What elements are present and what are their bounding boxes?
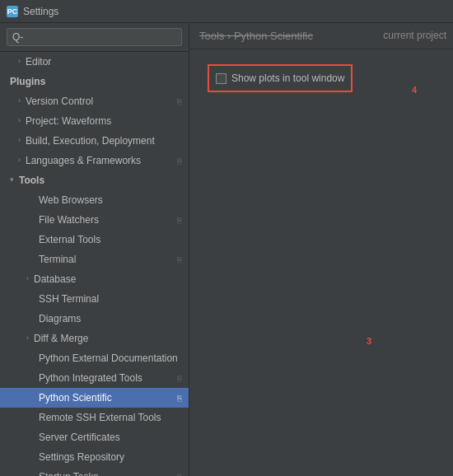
item-text-languages-frameworks: Languages & Frameworks xyxy=(26,153,141,168)
sidebar-item-label-remote-ssh-external: Remote SSH External Tools xyxy=(26,410,161,425)
sidebar-item-label-web-browsers: Web Browsers xyxy=(26,193,103,208)
sidebar-item-tools[interactable]: ▾Tools xyxy=(0,170,189,190)
chevron-icon: › xyxy=(18,115,21,127)
sidebar-item-label-python-scientific: Python Scientific xyxy=(26,390,112,405)
sidebar-item-label-file-watchers: File Watchers xyxy=(26,212,99,227)
sidebar-item-settings-repository[interactable]: Settings Repository xyxy=(0,447,189,467)
sidebar-item-languages-frameworks[interactable]: ›Languages & Frameworks⎘ xyxy=(0,151,189,170)
item-text-editor: Editor xyxy=(26,54,51,69)
chevron-icon: › xyxy=(18,135,21,147)
copy-icon: ⎘ xyxy=(177,471,182,477)
item-text-plugins: Plugins xyxy=(10,74,45,89)
sidebar-item-python-external-docs[interactable]: Python External Documentation xyxy=(0,348,189,368)
copy-icon: ⎘ xyxy=(177,214,182,226)
sidebar: ›EditorPlugins›Version Control⎘›Project:… xyxy=(0,23,189,476)
sidebar-item-label-tools: ▾Tools xyxy=(10,173,44,188)
sidebar-item-editor[interactable]: ›Editor xyxy=(0,52,189,72)
sidebar-item-startup-tasks[interactable]: Startup Tasks⎘ xyxy=(0,467,189,476)
title-bar: PC Settings xyxy=(0,0,453,23)
item-text-terminal: Terminal xyxy=(39,252,76,267)
copy-icon: ⎘ xyxy=(177,392,182,404)
sidebar-item-label-editor: ›Editor xyxy=(18,54,51,69)
item-text-tools: Tools xyxy=(19,173,44,188)
search-input[interactable] xyxy=(7,28,182,46)
item-text-python-external-docs: Python External Documentation xyxy=(39,351,178,366)
item-text-remote-ssh-external: Remote SSH External Tools xyxy=(39,410,161,425)
sidebar-item-ssh-terminal[interactable]: SSH Terminal xyxy=(0,289,189,309)
item-text-database: Database xyxy=(34,272,76,287)
item-text-external-tools: External Tools xyxy=(39,232,100,247)
search-box xyxy=(0,23,189,52)
item-text-build-execution: Build, Execution, Deployment xyxy=(26,133,155,148)
sidebar-item-build-execution[interactable]: ›Build, Execution, Deployment xyxy=(0,131,189,151)
content-header-text: Tools › Python Scientific xyxy=(199,30,313,42)
sidebar-item-label-terminal: Terminal xyxy=(26,252,76,267)
sidebar-item-python-scientific[interactable]: Python Scientific⎘ xyxy=(0,388,189,408)
show-plots-checkbox[interactable] xyxy=(216,73,226,84)
sidebar-item-file-watchers[interactable]: File Watchers⎘ xyxy=(0,210,189,230)
sidebar-item-label-ssh-terminal: SSH Terminal xyxy=(26,292,99,306)
sidebar-item-label-server-certificates: Server Certificates xyxy=(26,430,120,445)
copy-icon: ⎘ xyxy=(177,254,182,266)
chevron-icon: ▾ xyxy=(10,175,14,186)
show-plots-label: Show plots in tool window xyxy=(231,72,344,84)
sidebar-item-label-diagrams: Diagrams xyxy=(26,311,81,326)
chevron-icon: › xyxy=(18,155,21,166)
content-area: Tools › Python Scientific current projec… xyxy=(189,23,453,476)
sidebar-item-database[interactable]: ›Database xyxy=(0,269,189,289)
copy-icon: ⎘ xyxy=(177,96,182,108)
highlight-box: Show plots in tool window xyxy=(208,64,353,92)
chevron-icon: › xyxy=(18,96,21,107)
item-text-diff-merge: Diff & Merge xyxy=(34,331,88,346)
copy-icon: ⎘ xyxy=(177,372,182,385)
sidebar-item-label-startup-tasks: Startup Tasks xyxy=(26,469,98,476)
badge-4: 4 xyxy=(412,85,417,95)
badge-3: 3 xyxy=(367,336,371,346)
checkbox-row: Show plots in tool window xyxy=(216,72,344,84)
item-text-version-control: Version Control xyxy=(26,94,93,109)
chevron-icon: › xyxy=(18,56,21,68)
sidebar-item-label-settings-repository: Settings Repository xyxy=(26,450,124,464)
sidebar-item-label-python-integrated-tools: Python Integrated Tools xyxy=(26,371,142,385)
sidebar-item-label-external-tools: External Tools xyxy=(26,232,100,247)
current-project-label: current project xyxy=(383,30,446,41)
sidebar-item-terminal[interactable]: Terminal⎘ xyxy=(0,250,189,269)
app-icon: PC xyxy=(7,6,18,17)
item-text-python-integrated-tools: Python Integrated Tools xyxy=(39,371,142,385)
sidebar-item-diagrams[interactable]: Diagrams xyxy=(0,309,189,329)
sidebar-item-server-certificates[interactable]: Server Certificates xyxy=(0,427,189,447)
item-text-settings-repository: Settings Repository xyxy=(39,450,124,464)
sidebar-item-label-database: ›Database xyxy=(26,272,76,287)
sidebar-item-version-control[interactable]: ›Version Control⎘ xyxy=(0,91,189,111)
item-text-python-scientific: Python Scientific xyxy=(39,390,112,405)
item-text-file-watchers: File Watchers xyxy=(39,212,99,227)
item-text-diagrams: Diagrams xyxy=(39,311,81,326)
sidebar-item-external-tools[interactable]: External Tools xyxy=(0,230,189,250)
sidebar-item-label-project-waveforms: ›Project: Waveforms xyxy=(18,114,111,128)
sidebar-item-project-waveforms[interactable]: ›Project: Waveforms xyxy=(0,111,189,131)
sidebar-items-container: ›EditorPlugins›Version Control⎘›Project:… xyxy=(0,52,189,476)
sidebar-item-label-plugins: Plugins xyxy=(10,74,45,89)
sidebar-item-web-browsers[interactable]: Web Browsers xyxy=(0,190,189,210)
sidebar-item-plugins[interactable]: Plugins xyxy=(0,72,189,91)
chevron-icon: › xyxy=(26,273,29,285)
item-text-startup-tasks: Startup Tasks xyxy=(39,469,98,476)
sidebar-item-remote-ssh-external[interactable]: Remote SSH External Tools xyxy=(0,408,189,427)
item-text-web-browsers: Web Browsers xyxy=(39,193,103,208)
main-container: ›EditorPlugins›Version Control⎘›Project:… xyxy=(0,23,453,476)
chevron-icon: › xyxy=(26,333,29,344)
item-text-ssh-terminal: SSH Terminal xyxy=(39,292,99,306)
item-text-server-certificates: Server Certificates xyxy=(39,430,120,445)
sidebar-item-label-languages-frameworks: ›Languages & Frameworks xyxy=(18,153,141,168)
sidebar-item-diff-merge[interactable]: ›Diff & Merge xyxy=(0,329,189,348)
sidebar-item-label-diff-merge: ›Diff & Merge xyxy=(26,331,88,346)
sidebar-item-label-build-execution: ›Build, Execution, Deployment xyxy=(18,133,155,148)
sidebar-item-python-integrated-tools[interactable]: Python Integrated Tools⎘ xyxy=(0,368,189,388)
title-bar-text: Settings xyxy=(23,6,58,17)
sidebar-item-label-python-external-docs: Python External Documentation xyxy=(26,351,178,366)
copy-icon: ⎘ xyxy=(177,155,182,167)
item-text-project-waveforms: Project: Waveforms xyxy=(26,114,111,128)
sidebar-item-label-version-control: ›Version Control xyxy=(18,94,93,109)
